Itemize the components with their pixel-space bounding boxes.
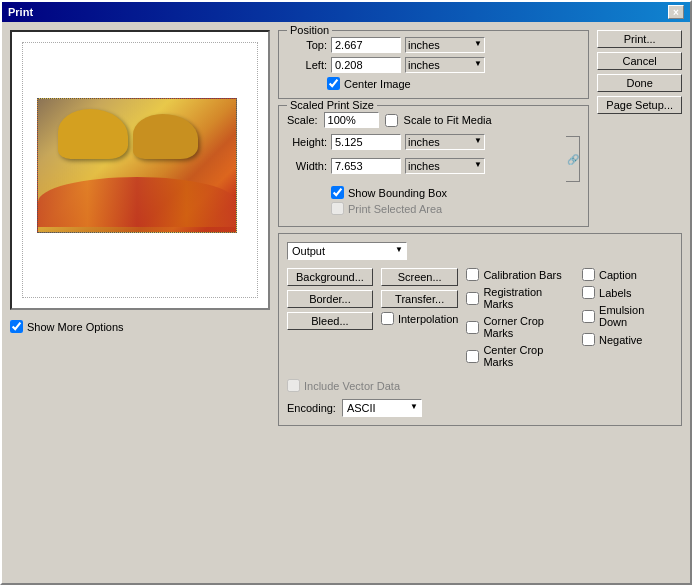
print-selected-row: Print Selected Area [287, 202, 580, 215]
interpolation-label: Interpolation [398, 313, 459, 325]
negative-label: Negative [599, 334, 642, 346]
width-input[interactable] [331, 158, 401, 174]
output-header: Output Color Management [287, 242, 673, 260]
shoe1 [58, 109, 128, 159]
options-area: Output Color Management Background... Bo… [278, 233, 682, 426]
emulsion-down-checkbox[interactable] [582, 310, 595, 323]
top-row: Top: inches cm mm [287, 37, 580, 53]
options-content: Background... Border... Bleed... Screen.… [287, 268, 673, 371]
registration-marks-checkbox[interactable] [466, 292, 479, 305]
encoding-select[interactable]: ASCII Binary JPEG [342, 399, 422, 417]
caption-checkbox[interactable] [582, 268, 595, 281]
caption-row: Caption [582, 268, 673, 281]
print-dialog: Print × Show More Options [0, 0, 692, 585]
shoe2 [133, 114, 198, 159]
labels-label: Labels [599, 287, 631, 299]
height-unit-wrap: inches cm [405, 134, 485, 150]
center-image-row: Center Image [287, 77, 580, 90]
left-label: Left: [287, 59, 327, 71]
left-row: Left: inches cm mm [287, 57, 580, 73]
position-label: Position [287, 24, 332, 36]
show-bounding-box-checkbox[interactable] [331, 186, 344, 199]
title-bar: Print × [2, 2, 690, 22]
width-unit-select[interactable]: inches cm [405, 158, 485, 174]
bleed-button[interactable]: Bleed... [287, 312, 373, 330]
scale-to-fit-checkbox[interactable] [385, 114, 398, 127]
height-unit-select[interactable]: inches cm [405, 134, 485, 150]
include-vector-label: Include Vector Data [304, 380, 400, 392]
scaled-print-label: Scaled Print Size [287, 99, 377, 111]
labels-row: Labels [582, 286, 673, 299]
show-bounding-box-label: Show Bounding Box [348, 187, 447, 199]
registration-marks-label: Registration Marks [483, 286, 574, 310]
center-image-checkbox[interactable] [327, 77, 340, 90]
calibration-bars-checkbox[interactable] [466, 268, 479, 281]
checkboxes-col1: Calibration Bars Registration Marks Corn… [466, 268, 574, 371]
height-label: Height: [287, 136, 327, 148]
emulsion-down-row: Emulsion Down [582, 304, 673, 328]
scale-to-fit-label: Scale to Fit Media [404, 114, 492, 126]
negative-row: Negative [582, 333, 673, 346]
scaled-print-group: Scaled Print Size Scale: Scale to Fit Me… [278, 105, 589, 227]
page-setup-button[interactable]: Page Setup... [597, 96, 682, 114]
center-crop-marks-row: Center Crop Marks [466, 344, 574, 368]
position-group: Position Top: inches cm mm [278, 30, 589, 99]
bounding-box-row: Show Bounding Box [287, 186, 580, 199]
left-unit-wrap: inches cm mm [405, 57, 485, 73]
include-vector-checkbox[interactable] [287, 379, 300, 392]
center-crop-marks-checkbox[interactable] [466, 350, 479, 363]
show-more-options-row: Show More Options [10, 320, 270, 333]
print-selected-checkbox[interactable] [331, 202, 344, 215]
left-unit-select[interactable]: inches cm mm [405, 57, 485, 73]
labels-checkbox[interactable] [582, 286, 595, 299]
left-input[interactable] [331, 57, 401, 73]
preview-inner [22, 42, 258, 298]
width-unit-wrap: inches cm [405, 158, 485, 174]
encoding-label: Encoding: [287, 402, 336, 414]
interpolation-checkbox[interactable] [381, 312, 394, 325]
main-area: Position Top: inches cm mm [278, 30, 589, 227]
negative-checkbox[interactable] [582, 333, 595, 346]
calibration-bars-row: Calibration Bars [466, 268, 574, 281]
print-preview [10, 30, 270, 310]
width-label: Width: [287, 160, 327, 172]
border-button[interactable]: Border... [287, 290, 373, 308]
flowers [38, 177, 236, 227]
left-buttons: Background... Border... Bleed... [287, 268, 373, 371]
print-selected-label: Print Selected Area [348, 203, 442, 215]
top-input[interactable] [331, 37, 401, 53]
include-vector-row: Include Vector Data [287, 379, 673, 392]
left-panel: Show More Options [10, 30, 270, 426]
top-unit-select[interactable]: inches cm mm [405, 37, 485, 53]
corner-crop-marks-checkbox[interactable] [466, 321, 479, 334]
show-more-options-label: Show More Options [27, 321, 124, 333]
show-more-options-checkbox[interactable] [10, 320, 23, 333]
checkboxes-col2: Caption Labels Emulsion Down Negati [582, 268, 673, 371]
width-row: Width: inches cm [287, 158, 560, 174]
corner-crop-marks-row: Corner Crop Marks [466, 315, 574, 339]
corner-crop-marks-label: Corner Crop Marks [483, 315, 574, 339]
done-button[interactable]: Done [597, 74, 682, 92]
interpolation-row: Interpolation [381, 312, 459, 325]
height-input[interactable] [331, 134, 401, 150]
height-row: Height: inches cm [287, 134, 560, 150]
scale-label: Scale: [287, 114, 318, 126]
right-panel: Position Top: inches cm mm [278, 30, 682, 426]
cancel-button[interactable]: Cancel [597, 52, 682, 70]
calibration-bars-label: Calibration Bars [483, 269, 561, 281]
transfer-button[interactable]: Transfer... [381, 290, 459, 308]
encoding-select-wrap: ASCII Binary JPEG [342, 399, 422, 417]
background-button[interactable]: Background... [287, 268, 373, 286]
output-select[interactable]: Output Color Management [287, 242, 407, 260]
scale-input[interactable] [324, 112, 379, 128]
close-button[interactable]: × [668, 5, 684, 19]
print-button[interactable]: Print... [597, 30, 682, 48]
link-icon: 🔗 [566, 136, 580, 182]
output-select-wrap: Output Color Management [287, 242, 407, 260]
encoding-row: Encoding: ASCII Binary JPEG [287, 399, 673, 417]
screen-button[interactable]: Screen... [381, 268, 459, 286]
preview-image [37, 98, 237, 233]
middle-buttons: Screen... Transfer... Interpolation [381, 268, 459, 371]
emulsion-down-label: Emulsion Down [599, 304, 673, 328]
buttons-col: Print... Cancel Done Page Setup... [597, 30, 682, 227]
